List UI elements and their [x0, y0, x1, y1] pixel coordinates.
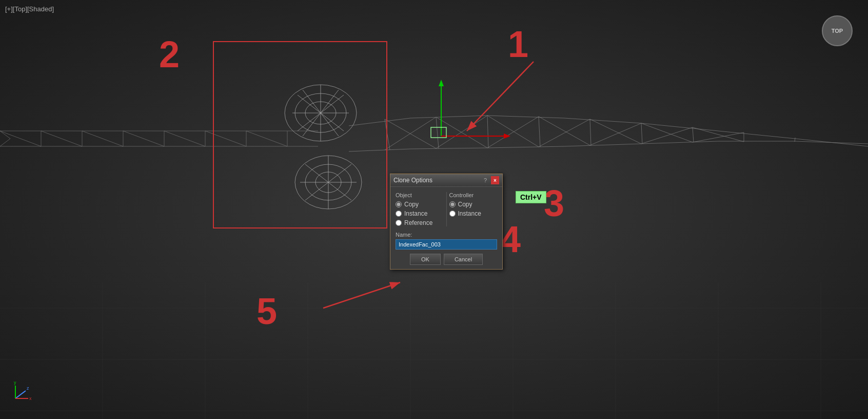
object-instance-radio[interactable]: Instance — [396, 210, 444, 217]
object-header: Object — [396, 192, 444, 198]
axis-indicator: z y x — [8, 378, 33, 406]
dialog-controls: ? × — [482, 176, 499, 184]
object-column: Object Copy Instance Reference — [396, 192, 444, 226]
annotation-5: 5 — [257, 293, 277, 330]
controller-copy-label: Copy — [458, 201, 472, 208]
svg-line-78 — [15, 391, 26, 398]
svg-text:z: z — [27, 386, 29, 391]
dialog-close-button[interactable]: × — [491, 176, 499, 184]
name-input[interactable] — [396, 239, 497, 250]
name-section: Name: — [396, 232, 497, 250]
controller-copy-input[interactable] — [449, 201, 456, 207]
ctrl-v-badge: Ctrl+V — [516, 191, 546, 203]
controller-column: Controller Copy Instance — [449, 192, 498, 226]
dialog-help-button[interactable]: ? — [482, 177, 489, 183]
dialog-titlebar: Clone Options ? × — [390, 174, 502, 187]
dialog-columns: Object Copy Instance Reference — [396, 192, 497, 226]
object-copy-label: Copy — [404, 201, 419, 208]
object-reference-input[interactable] — [396, 220, 402, 226]
cancel-button[interactable]: Cancel — [444, 254, 483, 265]
dialog-title: Clone Options — [393, 177, 432, 184]
svg-text:y: y — [14, 380, 16, 385]
controller-instance-label: Instance — [458, 210, 481, 217]
controller-radio-group: Copy Instance — [449, 201, 498, 217]
clone-options-dialog: Clone Options ? × Object Copy — [390, 174, 503, 270]
controller-header: Controller — [449, 192, 498, 198]
annotation-3: 3 — [544, 185, 564, 222]
viewport-label: [+][Top][Shaded] — [5, 5, 54, 13]
dialog-buttons: OK Cancel — [396, 254, 497, 265]
object-radio-group: Copy Instance Reference — [396, 201, 444, 226]
annotation-1: 1 — [508, 26, 528, 63]
controller-instance-radio[interactable]: Instance — [449, 210, 498, 217]
name-label: Name: — [396, 232, 497, 238]
ok-button[interactable]: OK — [410, 254, 441, 265]
controller-copy-radio[interactable]: Copy — [449, 201, 498, 208]
object-instance-input[interactable] — [396, 211, 402, 217]
selection-rectangle — [213, 41, 387, 228]
controller-instance-input[interactable] — [449, 211, 456, 217]
object-copy-input[interactable] — [396, 201, 402, 207]
dialog-container: Clone Options ? × Object Copy — [390, 174, 503, 270]
annotation-4: 4 — [500, 221, 521, 258]
dialog-body: Object Copy Instance Reference — [390, 187, 502, 269]
nav-cube[interactable]: TOP — [822, 15, 853, 46]
object-copy-radio[interactable]: Copy — [396, 201, 444, 208]
object-reference-label: Reference — [404, 219, 432, 226]
column-divider — [446, 192, 447, 226]
svg-text:x: x — [29, 396, 32, 401]
annotation-2: 2 — [159, 36, 180, 73]
object-instance-label: Instance — [404, 210, 427, 217]
object-reference-radio[interactable]: Reference — [396, 219, 444, 226]
